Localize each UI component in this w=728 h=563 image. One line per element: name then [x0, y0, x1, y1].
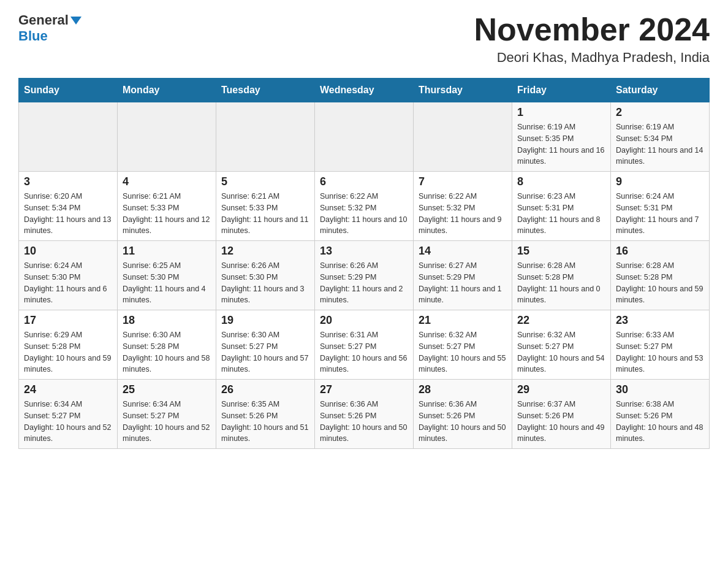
day-number: 16 — [616, 245, 704, 258]
day-number: 17 — [24, 314, 112, 327]
location-title: Deori Khas, Madhya Pradesh, India — [474, 50, 710, 66]
day-number: 6 — [320, 175, 408, 188]
column-header-tuesday: Tuesday — [216, 79, 315, 102]
calendar-cell: 20Sunrise: 6:31 AM Sunset: 5:27 PM Dayli… — [315, 310, 414, 380]
day-number: 10 — [24, 245, 112, 258]
day-info: Sunrise: 6:34 AM Sunset: 5:27 PM Dayligh… — [123, 399, 211, 445]
day-info: Sunrise: 6:19 AM Sunset: 5:35 PM Dayligh… — [517, 121, 605, 167]
month-title: November 2024 — [474, 12, 710, 47]
column-header-monday: Monday — [118, 79, 216, 102]
day-info: Sunrise: 6:34 AM Sunset: 5:27 PM Dayligh… — [24, 399, 112, 445]
day-info: Sunrise: 6:28 AM Sunset: 5:28 PM Dayligh… — [616, 260, 704, 306]
calendar-cell: 5Sunrise: 6:21 AM Sunset: 5:33 PM Daylig… — [216, 172, 315, 241]
calendar-cell — [19, 102, 118, 172]
day-number: 29 — [517, 383, 605, 396]
calendar-cell: 12Sunrise: 6:26 AM Sunset: 5:30 PM Dayli… — [216, 241, 315, 310]
calendar-cell: 13Sunrise: 6:26 AM Sunset: 5:29 PM Dayli… — [315, 241, 414, 310]
day-number: 14 — [419, 245, 507, 258]
calendar-table: SundayMondayTuesdayWednesdayThursdayFrid… — [18, 78, 710, 449]
day-info: Sunrise: 6:26 AM Sunset: 5:30 PM Dayligh… — [221, 260, 309, 306]
calendar-cell: 29Sunrise: 6:37 AM Sunset: 5:26 PM Dayli… — [512, 380, 611, 449]
logo-blue-text: Blue — [18, 28, 48, 44]
day-number: 2 — [616, 106, 704, 119]
day-info: Sunrise: 6:22 AM Sunset: 5:32 PM Dayligh… — [320, 191, 408, 237]
calendar-cell: 28Sunrise: 6:36 AM Sunset: 5:26 PM Dayli… — [414, 380, 512, 449]
calendar-cell: 26Sunrise: 6:35 AM Sunset: 5:26 PM Dayli… — [216, 380, 315, 449]
day-number: 26 — [221, 383, 309, 396]
day-number: 19 — [221, 314, 309, 327]
day-info: Sunrise: 6:35 AM Sunset: 5:26 PM Dayligh… — [221, 399, 309, 445]
calendar-cell: 27Sunrise: 6:36 AM Sunset: 5:26 PM Dayli… — [315, 380, 414, 449]
calendar-cell: 21Sunrise: 6:32 AM Sunset: 5:27 PM Dayli… — [414, 310, 512, 380]
calendar-cell: 6Sunrise: 6:22 AM Sunset: 5:32 PM Daylig… — [315, 172, 414, 241]
day-info: Sunrise: 6:32 AM Sunset: 5:27 PM Dayligh… — [419, 329, 507, 375]
calendar-cell: 4Sunrise: 6:21 AM Sunset: 5:33 PM Daylig… — [118, 172, 216, 241]
day-info: Sunrise: 6:38 AM Sunset: 5:26 PM Dayligh… — [616, 399, 704, 445]
day-info: Sunrise: 6:36 AM Sunset: 5:26 PM Dayligh… — [320, 399, 408, 445]
day-info: Sunrise: 6:24 AM Sunset: 5:31 PM Dayligh… — [616, 191, 704, 237]
column-header-wednesday: Wednesday — [315, 79, 414, 102]
logo-general-text: General — [18, 12, 69, 28]
day-number: 5 — [221, 175, 309, 188]
day-info: Sunrise: 6:29 AM Sunset: 5:28 PM Dayligh… — [24, 329, 112, 375]
calendar-cell: 8Sunrise: 6:23 AM Sunset: 5:31 PM Daylig… — [512, 172, 611, 241]
day-number: 22 — [517, 314, 605, 327]
calendar-cell: 14Sunrise: 6:27 AM Sunset: 5:29 PM Dayli… — [414, 241, 512, 310]
day-number: 9 — [616, 175, 704, 188]
calendar-cell — [118, 102, 216, 172]
day-info: Sunrise: 6:21 AM Sunset: 5:33 PM Dayligh… — [123, 191, 211, 237]
day-number: 23 — [616, 314, 704, 327]
calendar-week-row: 24Sunrise: 6:34 AM Sunset: 5:27 PM Dayli… — [19, 380, 710, 449]
calendar-cell: 9Sunrise: 6:24 AM Sunset: 5:31 PM Daylig… — [611, 172, 710, 241]
day-number: 28 — [419, 383, 507, 396]
day-number: 4 — [123, 175, 211, 188]
calendar-cell — [315, 102, 414, 172]
day-info: Sunrise: 6:23 AM Sunset: 5:31 PM Dayligh… — [517, 191, 605, 237]
day-number: 27 — [320, 383, 408, 396]
day-number: 24 — [24, 383, 112, 396]
logo: General Blue — [18, 12, 82, 44]
calendar-cell: 16Sunrise: 6:28 AM Sunset: 5:28 PM Dayli… — [611, 241, 710, 310]
calendar-cell — [216, 102, 315, 172]
day-info: Sunrise: 6:33 AM Sunset: 5:27 PM Dayligh… — [616, 329, 704, 375]
day-info: Sunrise: 6:22 AM Sunset: 5:32 PM Dayligh… — [419, 191, 507, 237]
calendar-cell: 30Sunrise: 6:38 AM Sunset: 5:26 PM Dayli… — [611, 380, 710, 449]
column-header-saturday: Saturday — [611, 79, 710, 102]
calendar-cell: 24Sunrise: 6:34 AM Sunset: 5:27 PM Dayli… — [19, 380, 118, 449]
calendar-cell: 2Sunrise: 6:19 AM Sunset: 5:34 PM Daylig… — [611, 102, 710, 172]
day-info: Sunrise: 6:20 AM Sunset: 5:34 PM Dayligh… — [24, 191, 112, 237]
day-info: Sunrise: 6:30 AM Sunset: 5:27 PM Dayligh… — [221, 329, 309, 375]
calendar-cell: 3Sunrise: 6:20 AM Sunset: 5:34 PM Daylig… — [19, 172, 118, 241]
calendar-cell: 18Sunrise: 6:30 AM Sunset: 5:28 PM Dayli… — [118, 310, 216, 380]
day-info: Sunrise: 6:32 AM Sunset: 5:27 PM Dayligh… — [517, 329, 605, 375]
day-number: 8 — [517, 175, 605, 188]
day-number: 11 — [123, 245, 211, 258]
calendar-cell: 10Sunrise: 6:24 AM Sunset: 5:30 PM Dayli… — [19, 241, 118, 310]
calendar-cell: 17Sunrise: 6:29 AM Sunset: 5:28 PM Dayli… — [19, 310, 118, 380]
column-header-sunday: Sunday — [19, 79, 118, 102]
day-info: Sunrise: 6:26 AM Sunset: 5:29 PM Dayligh… — [320, 260, 408, 306]
calendar-cell: 23Sunrise: 6:33 AM Sunset: 5:27 PM Dayli… — [611, 310, 710, 380]
calendar-cell: 19Sunrise: 6:30 AM Sunset: 5:27 PM Dayli… — [216, 310, 315, 380]
day-info: Sunrise: 6:19 AM Sunset: 5:34 PM Dayligh… — [616, 121, 704, 167]
day-info: Sunrise: 6:24 AM Sunset: 5:30 PM Dayligh… — [24, 260, 112, 306]
logo-triangle-icon — [70, 17, 82, 25]
day-info: Sunrise: 6:37 AM Sunset: 5:26 PM Dayligh… — [517, 399, 605, 445]
calendar-week-row: 10Sunrise: 6:24 AM Sunset: 5:30 PM Dayli… — [19, 241, 710, 310]
day-number: 20 — [320, 314, 408, 327]
column-header-thursday: Thursday — [414, 79, 512, 102]
calendar-cell: 25Sunrise: 6:34 AM Sunset: 5:27 PM Dayli… — [118, 380, 216, 449]
day-number: 25 — [123, 383, 211, 396]
day-number: 3 — [24, 175, 112, 188]
day-info: Sunrise: 6:36 AM Sunset: 5:26 PM Dayligh… — [419, 399, 507, 445]
day-info: Sunrise: 6:21 AM Sunset: 5:33 PM Dayligh… — [221, 191, 309, 237]
calendar-cell: 7Sunrise: 6:22 AM Sunset: 5:32 PM Daylig… — [414, 172, 512, 241]
calendar-week-row: 17Sunrise: 6:29 AM Sunset: 5:28 PM Dayli… — [19, 310, 710, 380]
day-number: 7 — [419, 175, 507, 188]
calendar-week-row: 3Sunrise: 6:20 AM Sunset: 5:34 PM Daylig… — [19, 172, 710, 241]
day-info: Sunrise: 6:30 AM Sunset: 5:28 PM Dayligh… — [123, 329, 211, 375]
day-number: 12 — [221, 245, 309, 258]
calendar-cell — [414, 102, 512, 172]
day-info: Sunrise: 6:27 AM Sunset: 5:29 PM Dayligh… — [419, 260, 507, 306]
day-number: 15 — [517, 245, 605, 258]
